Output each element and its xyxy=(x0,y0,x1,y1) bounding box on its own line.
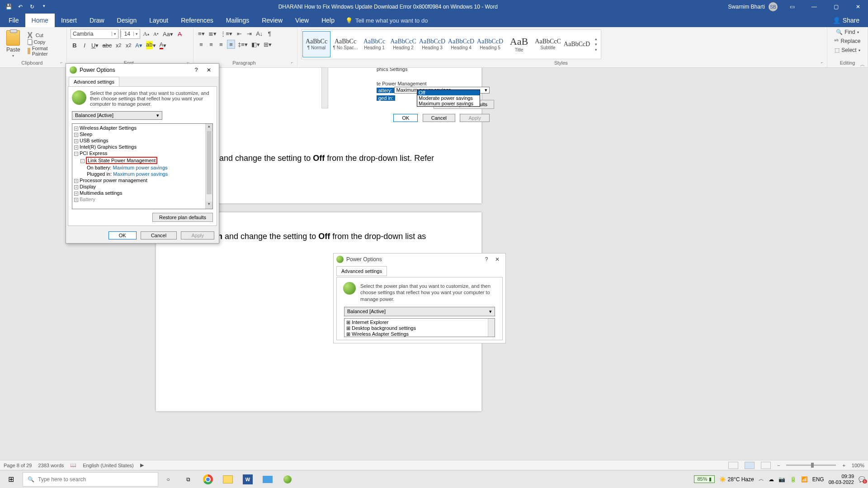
language-indicator[interactable]: English (United States) xyxy=(83,463,134,468)
ok-button[interactable]: OK xyxy=(108,231,137,239)
cancel-button[interactable]: Cancel xyxy=(141,231,177,239)
style--no-spac-[interactable]: AaBbCc¶ No Spac... xyxy=(331,31,359,57)
word-icon[interactable]: W xyxy=(238,470,258,488)
print-layout-button[interactable] xyxy=(745,462,755,469)
style-heading-3[interactable]: AaBbCcDHeading 3 xyxy=(418,31,446,57)
battery-widget[interactable]: 85% ▮ xyxy=(694,475,714,483)
tree-item[interactable]: +Display xyxy=(74,183,211,190)
language-tray[interactable]: ENG xyxy=(812,476,824,483)
font-color-button[interactable]: A▾ xyxy=(159,41,168,50)
notifications-icon[interactable]: 💬6 xyxy=(859,476,865,483)
justify-button[interactable]: ≡ xyxy=(227,40,235,49)
undo-icon[interactable]: ↶ xyxy=(16,4,24,10)
battery-tray-icon[interactable]: 🔋 xyxy=(790,476,797,483)
clock[interactable]: 09:39 08-03-2022 xyxy=(829,474,854,484)
zoom-slider[interactable] xyxy=(786,465,836,466)
tree-item[interactable]: +Battery xyxy=(74,196,211,202)
superscript-button[interactable]: x2 xyxy=(124,41,132,50)
search-input[interactable]: 🔍 Type here to search xyxy=(23,472,158,487)
replace-button[interactable]: ᵃᵇReplace xyxy=(834,38,860,44)
grow-font-button[interactable]: A▴ xyxy=(142,29,150,38)
underline-button[interactable]: U▾ xyxy=(90,41,99,50)
save-icon[interactable]: 💾 xyxy=(5,4,13,10)
sort-button[interactable]: A↓ xyxy=(255,29,264,38)
format-painter-button[interactable]: Format Painter xyxy=(28,46,63,56)
minimize-icon[interactable]: — xyxy=(804,4,824,10)
indent-right-button[interactable]: ⇥ xyxy=(245,29,253,38)
tell-me[interactable]: 💡 Tell me what you want to do xyxy=(345,17,428,24)
highlight-button[interactable]: ab▾ xyxy=(145,41,156,50)
tab-view[interactable]: View xyxy=(289,14,315,27)
word-count[interactable]: 2383 words xyxy=(38,463,64,468)
align-center-button[interactable]: ≡ xyxy=(207,40,215,49)
close-icon[interactable]: ✕ xyxy=(848,4,868,10)
maximize-icon[interactable]: ▢ xyxy=(826,4,846,10)
onedrive-icon[interactable]: ☁ xyxy=(769,476,774,483)
macro-icon[interactable]: ▶ xyxy=(140,462,144,468)
tab-draw[interactable]: Draw xyxy=(83,14,111,27)
chrome-icon[interactable] xyxy=(198,470,218,488)
styles-gallery[interactable]: AaBbCc¶ NormalAaBbCc¶ No Spac...AaBbCcHe… xyxy=(301,29,601,59)
align-left-button[interactable]: ≡ xyxy=(197,40,205,49)
find-button[interactable]: 🔍Find▾ xyxy=(836,29,859,35)
clear-format-button[interactable]: A̶ xyxy=(176,29,184,38)
dialog-help-button[interactable]: ? xyxy=(190,67,203,73)
read-mode-button[interactable] xyxy=(728,462,738,469)
weather-widget[interactable]: ☀️28°C Haze xyxy=(719,476,754,483)
restore-defaults-button[interactable]: Restore plan defaults xyxy=(152,213,213,222)
tab-design[interactable]: Design xyxy=(111,14,143,27)
avatar[interactable]: SB xyxy=(769,2,778,11)
tab-review[interactable]: Review xyxy=(255,14,289,27)
dialog-titlebar[interactable]: Power Options ? ✕ xyxy=(66,64,219,76)
task-view-icon[interactable]: ⧉ xyxy=(178,470,198,488)
align-right-button[interactable]: ≡ xyxy=(217,40,225,49)
tree-item[interactable]: −PCI Express xyxy=(74,150,211,156)
tree-item[interactable]: +Wireless Adapter Settings xyxy=(74,125,211,131)
scroll-thumb[interactable] xyxy=(207,131,212,194)
style-heading-4[interactable]: AaBbCcDHeading 4 xyxy=(447,31,475,57)
indent-left-button[interactable]: ⇤ xyxy=(235,29,243,38)
style-item[interactable]: AaBbCcD xyxy=(563,31,591,57)
style-title[interactable]: AaBTitle xyxy=(505,31,533,57)
share-button[interactable]: 👤 Share xyxy=(833,17,866,24)
tree-item[interactable]: +USB settings xyxy=(74,137,211,144)
bullets-button[interactable]: ≡▾ xyxy=(197,29,206,38)
paragraph-launcher-icon[interactable]: ⌐ xyxy=(291,60,293,65)
tree-item[interactable]: +Multimedia settings xyxy=(74,190,211,196)
scroll-up-icon[interactable]: ▴ xyxy=(206,124,212,131)
settings-tree[interactable]: +Wireless Adapter Settings+Sleep+USB set… xyxy=(72,123,213,209)
zoom-out-button[interactable]: − xyxy=(777,463,780,468)
cortana-icon[interactable]: ○ xyxy=(158,470,178,488)
meet-now-icon[interactable]: 📷 xyxy=(778,476,785,483)
shrink-font-button[interactable]: A▾ xyxy=(152,29,160,38)
show-marks-button[interactable]: ¶ xyxy=(265,29,274,38)
tree-item[interactable]: +Processor power management xyxy=(74,177,211,183)
tree-item[interactable]: +Intel(R) Graphics Settings xyxy=(74,144,211,150)
change-case-button[interactable]: Aa▾ xyxy=(162,29,174,38)
page-indicator[interactable]: Page 8 of 29 xyxy=(4,463,32,468)
scroll-down-icon[interactable]: ▾ xyxy=(206,202,212,209)
qat-more-icon[interactable]: ▾ xyxy=(40,4,48,10)
multilevel-button[interactable]: ⋮≡▾ xyxy=(219,29,234,38)
tree-item[interactable]: +Sleep xyxy=(74,131,211,137)
redo-icon[interactable]: ↻ xyxy=(28,4,36,10)
style--normal[interactable]: AaBbCc¶ Normal xyxy=(302,31,330,57)
styles-launcher-icon[interactable]: ⌐ xyxy=(821,60,823,65)
line-spacing-button[interactable]: ‡≡▾ xyxy=(237,40,249,49)
paste-button[interactable]: Paste ▾ xyxy=(4,29,23,59)
tab-file[interactable]: File xyxy=(2,14,25,27)
copy-button[interactable]: Copy xyxy=(28,39,63,45)
select-button[interactable]: ⬚Select▾ xyxy=(835,47,860,53)
tree-scrollbar[interactable]: ▴ ▾ xyxy=(205,124,212,209)
tab-references[interactable]: References xyxy=(175,14,220,27)
spellcheck-icon[interactable]: 📖 xyxy=(70,462,76,468)
bold-button[interactable]: B xyxy=(71,41,79,50)
strike-button[interactable]: abc xyxy=(101,41,113,50)
tab-home[interactable]: Home xyxy=(25,14,55,27)
tree-item[interactable]: Plugged in: Maximum power savings xyxy=(74,171,211,177)
settings-icon[interactable] xyxy=(258,470,278,488)
tab-help[interactable]: Help xyxy=(315,14,341,27)
shading-button[interactable]: ◧▾ xyxy=(250,40,261,49)
font-size-box[interactable]: 14▾ xyxy=(120,29,140,39)
style-heading-1[interactable]: AaBbCcHeading 1 xyxy=(360,31,388,57)
